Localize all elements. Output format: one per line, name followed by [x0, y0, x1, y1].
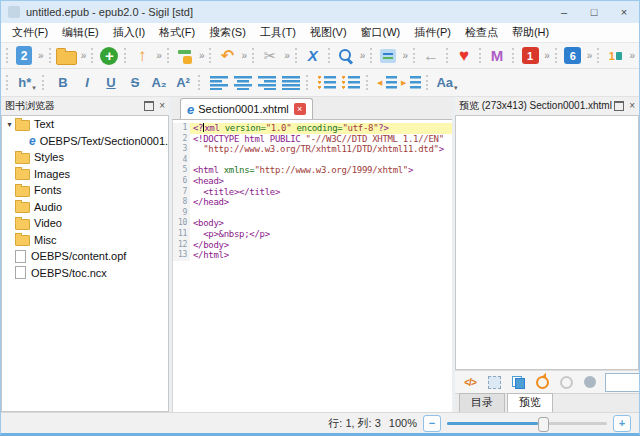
- superscript-icon: A²: [176, 75, 190, 90]
- code-line-text: <body>: [190, 218, 452, 229]
- auto-sync-button[interactable]: [555, 371, 577, 393]
- zoom-slider-thumb[interactable]: [538, 417, 549, 432]
- tree-item-4[interactable]: Fonts: [2, 182, 168, 199]
- underline-button[interactable]: U: [100, 72, 122, 94]
- strikethrough-button[interactable]: S: [124, 72, 146, 94]
- expander-icon[interactable]: ▾: [4, 120, 15, 129]
- tab-close-icon[interactable]: ×: [294, 103, 306, 115]
- new-epub2-button[interactable]: 2: [13, 45, 35, 67]
- zoom-out-button[interactable]: −: [423, 415, 441, 432]
- menu-item-9[interactable]: 检查点: [458, 23, 505, 42]
- tree-item-3[interactable]: Images: [2, 166, 168, 183]
- indent-icon: [401, 76, 421, 90]
- plugin-1-button[interactable]: 1: [519, 45, 541, 67]
- overflow-chevron-icon[interactable]: »: [587, 50, 593, 61]
- close-panel-icon[interactable]: ×: [629, 101, 635, 111]
- copy-button[interactable]: [507, 371, 529, 393]
- overflow-chevron-icon[interactable]: »: [402, 50, 408, 61]
- toolbar-separator: [366, 75, 372, 90]
- menu-item-4[interactable]: 搜索(S): [202, 23, 253, 42]
- menu-item-0[interactable]: 文件(F): [5, 23, 55, 42]
- align-left-button[interactable]: [208, 72, 230, 94]
- overflow-chevron-icon[interactable]: »: [360, 50, 366, 61]
- overflow-chevron-icon[interactable]: »: [544, 50, 550, 61]
- dock-tab-1[interactable]: 预览: [507, 393, 553, 412]
- overflow-chevron-icon[interactable]: »: [38, 50, 44, 61]
- overflow-chevron-icon[interactable]: »: [284, 50, 290, 61]
- cursor-position: 行: 1, 列: 3: [328, 416, 381, 431]
- tree-item-1[interactable]: eOEBPS/Text/Section0001.xhtml: [2, 133, 168, 150]
- preview-panel: 预览 (273x413) Section0001.xhtml × </> 目录预…: [455, 97, 639, 412]
- tab-section0001[interactable]: e Section0001.xhtml ×: [180, 98, 313, 119]
- subscript-button[interactable]: A₂: [148, 72, 170, 94]
- menu-item-10[interactable]: 帮助(H): [505, 23, 556, 42]
- outdent-button[interactable]: [376, 72, 398, 94]
- superscript-button[interactable]: A²: [172, 72, 194, 94]
- refresh-button[interactable]: [531, 371, 553, 393]
- menu-item-5[interactable]: 工具(T): [253, 23, 303, 42]
- italic-button[interactable]: I: [76, 72, 98, 94]
- insert-file-button[interactable]: [174, 45, 196, 67]
- special-characters-button[interactable]: [377, 45, 399, 67]
- open-button[interactable]: [56, 45, 78, 67]
- numbered-list-button[interactable]: [340, 72, 362, 94]
- code-line: 12</body>: [173, 240, 452, 251]
- donate-button[interactable]: ♥: [453, 45, 475, 67]
- heading-button[interactable]: h*▾: [16, 72, 38, 94]
- line-number: 9: [173, 208, 190, 219]
- menu-item-1[interactable]: 编辑(E): [55, 23, 106, 42]
- menu-item-2[interactable]: 插入(I): [106, 23, 152, 42]
- minimize-button[interactable]: –: [549, 1, 579, 23]
- tree-item-0[interactable]: ▾Text: [2, 116, 168, 133]
- overflow-chevron-icon[interactable]: »: [242, 50, 248, 61]
- align-center-button[interactable]: [232, 72, 254, 94]
- index-editor-button[interactable]: 1: [604, 45, 626, 67]
- menu-item-7[interactable]: 窗口(W): [354, 23, 408, 42]
- dock-tab-0[interactable]: 目录: [459, 393, 505, 412]
- float-panel-icon[interactable]: [144, 101, 154, 111]
- bold-button[interactable]: B: [52, 72, 74, 94]
- book-browser-tree[interactable]: ▾TexteOEBPS/Text/Section0001.xhtmlStyles…: [1, 115, 169, 412]
- add-existing-files-button[interactable]: +: [98, 45, 120, 67]
- tree-item-8[interactable]: OEBPS/content.opf: [2, 248, 168, 265]
- change-case-button[interactable]: Aa▾: [436, 72, 458, 94]
- plugin-6-button[interactable]: 6: [562, 45, 584, 67]
- overflow-chevron-icon[interactable]: »: [156, 50, 162, 61]
- bullet-list-button[interactable]: [316, 72, 338, 94]
- zoom-in-button[interactable]: +: [613, 415, 631, 432]
- menu-item-3[interactable]: 格式(F): [152, 23, 202, 42]
- sigil-window: untitled.epub - epub2.0 - Sigil [std] – …: [0, 0, 640, 436]
- delete-button[interactable]: X: [302, 45, 324, 67]
- tree-item-5[interactable]: Audio: [2, 199, 168, 216]
- close-panel-icon[interactable]: ×: [159, 101, 165, 111]
- tree-item-2[interactable]: Styles: [2, 149, 168, 166]
- save-button[interactable]: ↑: [131, 45, 153, 67]
- cut-button[interactable]: ✂: [259, 45, 281, 67]
- menu-item-8[interactable]: 插件(P): [407, 23, 458, 42]
- book-browser-panel: 图书浏览器 × ▾TexteOEBPS/Text/Section0001.xht…: [1, 97, 169, 412]
- overflow-chevron-icon[interactable]: »: [629, 50, 635, 61]
- back-button[interactable]: ←: [420, 45, 442, 67]
- select-all-button[interactable]: [483, 371, 505, 393]
- find-button[interactable]: [335, 45, 357, 67]
- filter-button[interactable]: [579, 371, 601, 393]
- align-right-button[interactable]: [256, 72, 278, 94]
- align-justify-button[interactable]: [280, 72, 302, 94]
- preview-search-input[interactable]: [605, 373, 640, 392]
- overflow-chevron-icon[interactable]: »: [81, 50, 87, 61]
- tree-item-9[interactable]: OEBPS/toc.ncx: [2, 265, 168, 282]
- menu-item-6[interactable]: 视图(V): [303, 23, 354, 42]
- indent-button[interactable]: [400, 72, 422, 94]
- code-line: 3 "http://www.w3.org/TR/xhtml11/DTD/xhtm…: [173, 144, 452, 155]
- maximize-button[interactable]: □: [579, 1, 609, 23]
- metadata-editor-button[interactable]: M: [486, 45, 508, 67]
- code-editor[interactable]: 1<?xml version="1.0" encoding="utf-8"?>2…: [172, 120, 452, 412]
- undo-button[interactable]: ↶: [217, 45, 239, 67]
- inspect-code-button[interactable]: </>: [459, 371, 481, 393]
- zoom-slider[interactable]: [447, 422, 607, 425]
- close-button[interactable]: ×: [609, 1, 639, 23]
- float-panel-icon[interactable]: [614, 101, 624, 111]
- tree-item-6[interactable]: Video: [2, 215, 168, 232]
- overflow-chevron-icon[interactable]: »: [199, 50, 205, 61]
- tree-item-7[interactable]: Misc: [2, 232, 168, 249]
